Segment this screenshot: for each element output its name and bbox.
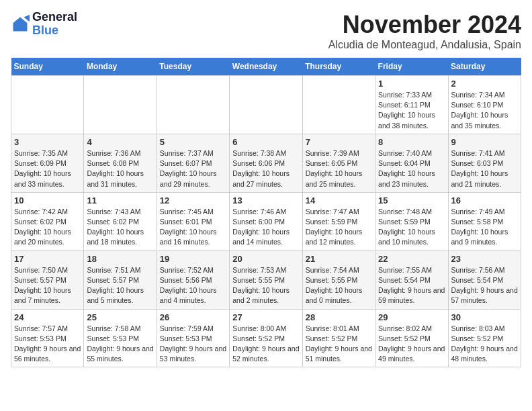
calendar-cell: 11Sunrise: 7:43 AMSunset: 6:02 PMDayligh… [84,192,157,250]
weekday-header-row: SundayMondayTuesdayWednesdayThursdayFrid… [11,58,521,76]
day-info: Sunrise: 7:34 AMSunset: 6:10 PMDaylight:… [451,90,518,131]
calendar-cell: 5Sunrise: 7:37 AMSunset: 6:07 PMDaylight… [157,134,229,192]
day-number: 25 [87,312,153,322]
calendar-cell: 16Sunrise: 7:49 AMSunset: 5:58 PMDayligh… [448,192,521,250]
day-info: Sunrise: 7:48 AMSunset: 5:59 PMDaylight:… [378,207,445,248]
weekday-header-monday: Monday [84,58,157,76]
calendar-cell: 9Sunrise: 7:41 AMSunset: 6:03 PMDaylight… [448,134,521,192]
calendar-cell [302,76,375,134]
calendar-cell [11,76,84,134]
calendar-cell: 30Sunrise: 8:03 AMSunset: 5:52 PMDayligh… [448,309,521,367]
calendar-cell: 18Sunrise: 7:51 AMSunset: 5:57 PMDayligh… [84,250,157,309]
day-info: Sunrise: 7:47 AMSunset: 5:59 PMDaylight:… [306,207,372,248]
day-number: 3 [14,137,81,147]
day-info: Sunrise: 8:03 AMSunset: 5:52 PMDaylight:… [451,324,518,365]
calendar-cell: 3Sunrise: 7:35 AMSunset: 6:09 PMDaylight… [11,134,84,192]
week-row-3: 10Sunrise: 7:42 AMSunset: 6:02 PMDayligh… [11,192,521,250]
day-number: 11 [87,195,153,205]
week-row-4: 17Sunrise: 7:50 AMSunset: 5:57 PMDayligh… [11,250,521,309]
calendar-cell: 29Sunrise: 8:02 AMSunset: 5:52 PMDayligh… [375,309,448,367]
weekday-header-friday: Friday [375,58,448,76]
day-number: 10 [14,195,81,205]
day-info: Sunrise: 7:49 AMSunset: 5:58 PMDaylight:… [451,207,518,248]
location-subtitle: Alcudia de Monteagud, Andalusia, Spain [328,39,521,51]
day-number: 29 [378,312,445,322]
calendar-cell: 26Sunrise: 7:59 AMSunset: 5:53 PMDayligh… [157,309,229,367]
day-number: 6 [232,137,299,147]
day-number: 4 [87,137,153,147]
day-number: 23 [451,254,518,264]
weekday-header-thursday: Thursday [302,58,375,76]
day-number: 21 [306,254,372,264]
day-number: 22 [378,254,445,264]
calendar-cell: 4Sunrise: 7:36 AMSunset: 6:08 PMDaylight… [84,134,157,192]
calendar-cell [157,76,229,134]
logo-line2: Blue [32,24,77,38]
calendar-cell: 6Sunrise: 7:38 AMSunset: 6:06 PMDaylight… [230,134,302,192]
day-info: Sunrise: 7:38 AMSunset: 6:06 PMDaylight:… [232,148,299,189]
calendar-cell: 27Sunrise: 8:00 AMSunset: 5:52 PMDayligh… [230,309,302,367]
calendar-cell [84,76,157,134]
day-number: 12 [160,195,226,205]
calendar-cell: 20Sunrise: 7:53 AMSunset: 5:55 PMDayligh… [230,250,302,309]
day-info: Sunrise: 7:37 AMSunset: 6:07 PMDaylight:… [160,148,226,189]
day-number: 17 [14,254,81,264]
day-info: Sunrise: 7:56 AMSunset: 5:54 PMDaylight:… [451,265,518,306]
day-number: 2 [451,79,518,89]
title-block: November 2024 Alcudia de Monteagud, Anda… [328,11,521,51]
day-number: 24 [14,312,81,322]
calendar-cell: 14Sunrise: 7:47 AMSunset: 5:59 PMDayligh… [302,192,375,250]
calendar-cell: 24Sunrise: 7:57 AMSunset: 5:53 PMDayligh… [11,309,84,367]
day-info: Sunrise: 7:43 AMSunset: 6:02 PMDaylight:… [87,207,153,248]
day-info: Sunrise: 7:46 AMSunset: 6:00 PMDaylight:… [232,207,299,248]
calendar-cell: 13Sunrise: 7:46 AMSunset: 6:00 PMDayligh… [230,192,302,250]
day-info: Sunrise: 7:57 AMSunset: 5:53 PMDaylight:… [14,324,81,365]
day-info: Sunrise: 7:42 AMSunset: 6:02 PMDaylight:… [14,207,81,248]
day-info: Sunrise: 7:59 AMSunset: 5:53 PMDaylight:… [160,324,226,365]
day-number: 16 [451,195,518,205]
day-info: Sunrise: 7:51 AMSunset: 5:57 PMDaylight:… [87,265,153,306]
calendar-cell: 7Sunrise: 7:39 AMSunset: 6:05 PMDaylight… [302,134,375,192]
calendar-cell: 23Sunrise: 7:56 AMSunset: 5:54 PMDayligh… [448,250,521,309]
day-info: Sunrise: 8:00 AMSunset: 5:52 PMDaylight:… [232,324,299,365]
day-number: 26 [160,312,226,322]
day-number: 20 [232,254,299,264]
calendar-cell: 15Sunrise: 7:48 AMSunset: 5:59 PMDayligh… [375,192,448,250]
day-number: 15 [378,195,445,205]
calendar-cell: 1Sunrise: 7:33 AMSunset: 6:11 PMDaylight… [375,76,448,134]
calendar-cell: 10Sunrise: 7:42 AMSunset: 6:02 PMDayligh… [11,192,84,250]
weekday-header-wednesday: Wednesday [230,58,302,76]
day-info: Sunrise: 7:33 AMSunset: 6:11 PMDaylight:… [378,90,445,131]
calendar-cell: 8Sunrise: 7:40 AMSunset: 6:04 PMDaylight… [375,134,448,192]
day-info: Sunrise: 7:58 AMSunset: 5:53 PMDaylight:… [87,324,153,365]
day-number: 18 [87,254,153,264]
day-number: 28 [306,312,372,322]
day-info: Sunrise: 7:40 AMSunset: 6:04 PMDaylight:… [378,148,445,189]
logo-line1: General [32,11,77,24]
day-info: Sunrise: 7:41 AMSunset: 6:03 PMDaylight:… [451,148,518,189]
logo: General Blue [11,11,77,38]
day-info: Sunrise: 7:54 AMSunset: 5:55 PMDaylight:… [306,265,372,306]
day-info: Sunrise: 7:35 AMSunset: 6:09 PMDaylight:… [14,148,81,189]
day-number: 27 [232,312,299,322]
calendar-cell: 2Sunrise: 7:34 AMSunset: 6:10 PMDaylight… [448,76,521,134]
calendar-cell: 22Sunrise: 7:55 AMSunset: 5:54 PMDayligh… [375,250,448,309]
weekday-header-tuesday: Tuesday [157,58,229,76]
calendar-cell: 28Sunrise: 8:01 AMSunset: 5:52 PMDayligh… [302,309,375,367]
svg-marker-1 [24,15,30,22]
day-info: Sunrise: 7:52 AMSunset: 5:56 PMDaylight:… [160,265,226,306]
week-row-1: 1Sunrise: 7:33 AMSunset: 6:11 PMDaylight… [11,76,521,134]
weekday-header-saturday: Saturday [448,58,521,76]
day-number: 8 [378,137,445,147]
calendar-cell: 21Sunrise: 7:54 AMSunset: 5:55 PMDayligh… [302,250,375,309]
day-number: 13 [232,195,299,205]
page-header: General Blue November 2024 Alcudia de Mo… [11,11,521,51]
day-info: Sunrise: 7:50 AMSunset: 5:57 PMDaylight:… [14,265,81,306]
week-row-5: 24Sunrise: 7:57 AMSunset: 5:53 PMDayligh… [11,309,521,367]
day-number: 14 [306,195,372,205]
day-number: 1 [378,79,445,89]
day-number: 19 [160,254,226,264]
svg-marker-0 [13,17,28,31]
calendar-cell: 19Sunrise: 7:52 AMSunset: 5:56 PMDayligh… [157,250,229,309]
calendar-cell [230,76,302,134]
